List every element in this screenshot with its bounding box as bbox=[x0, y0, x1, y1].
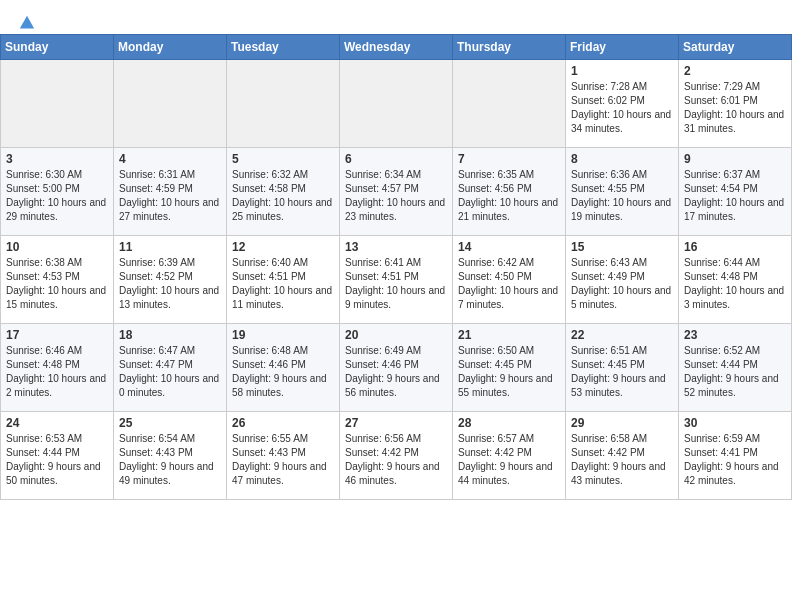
day-info: Sunrise: 6:46 AM Sunset: 4:48 PM Dayligh… bbox=[6, 344, 108, 400]
day-info: Sunrise: 6:56 AM Sunset: 4:42 PM Dayligh… bbox=[345, 432, 447, 488]
calendar-day-header-friday: Friday bbox=[566, 35, 679, 60]
day-number: 2 bbox=[684, 64, 786, 78]
day-number: 3 bbox=[6, 152, 108, 166]
calendar-day-cell: 16Sunrise: 6:44 AM Sunset: 4:48 PM Dayli… bbox=[679, 236, 792, 324]
calendar-day-cell: 12Sunrise: 6:40 AM Sunset: 4:51 PM Dayli… bbox=[227, 236, 340, 324]
day-info: Sunrise: 7:28 AM Sunset: 6:02 PM Dayligh… bbox=[571, 80, 673, 136]
calendar-day-cell: 17Sunrise: 6:46 AM Sunset: 4:48 PM Dayli… bbox=[1, 324, 114, 412]
calendar-day-cell: 23Sunrise: 6:52 AM Sunset: 4:44 PM Dayli… bbox=[679, 324, 792, 412]
day-info: Sunrise: 6:39 AM Sunset: 4:52 PM Dayligh… bbox=[119, 256, 221, 312]
svg-marker-0 bbox=[20, 16, 34, 29]
calendar-day-cell: 18Sunrise: 6:47 AM Sunset: 4:47 PM Dayli… bbox=[114, 324, 227, 412]
logo-icon bbox=[18, 14, 36, 32]
calendar-day-cell: 24Sunrise: 6:53 AM Sunset: 4:44 PM Dayli… bbox=[1, 412, 114, 500]
day-info: Sunrise: 6:58 AM Sunset: 4:42 PM Dayligh… bbox=[571, 432, 673, 488]
calendar-day-cell: 10Sunrise: 6:38 AM Sunset: 4:53 PM Dayli… bbox=[1, 236, 114, 324]
day-info: Sunrise: 6:38 AM Sunset: 4:53 PM Dayligh… bbox=[6, 256, 108, 312]
day-info: Sunrise: 6:49 AM Sunset: 4:46 PM Dayligh… bbox=[345, 344, 447, 400]
calendar-day-cell: 8Sunrise: 6:36 AM Sunset: 4:55 PM Daylig… bbox=[566, 148, 679, 236]
calendar-day-header-saturday: Saturday bbox=[679, 35, 792, 60]
day-number: 26 bbox=[232, 416, 334, 430]
calendar-day-cell: 4Sunrise: 6:31 AM Sunset: 4:59 PM Daylig… bbox=[114, 148, 227, 236]
day-number: 21 bbox=[458, 328, 560, 342]
day-info: Sunrise: 6:44 AM Sunset: 4:48 PM Dayligh… bbox=[684, 256, 786, 312]
day-info: Sunrise: 6:54 AM Sunset: 4:43 PM Dayligh… bbox=[119, 432, 221, 488]
calendar-day-cell: 11Sunrise: 6:39 AM Sunset: 4:52 PM Dayli… bbox=[114, 236, 227, 324]
day-number: 9 bbox=[684, 152, 786, 166]
calendar-empty-cell bbox=[453, 60, 566, 148]
calendar-week-row: 3Sunrise: 6:30 AM Sunset: 5:00 PM Daylig… bbox=[1, 148, 792, 236]
calendar-day-cell: 27Sunrise: 6:56 AM Sunset: 4:42 PM Dayli… bbox=[340, 412, 453, 500]
calendar-day-cell: 9Sunrise: 6:37 AM Sunset: 4:54 PM Daylig… bbox=[679, 148, 792, 236]
day-info: Sunrise: 6:53 AM Sunset: 4:44 PM Dayligh… bbox=[6, 432, 108, 488]
calendar-day-cell: 14Sunrise: 6:42 AM Sunset: 4:50 PM Dayli… bbox=[453, 236, 566, 324]
calendar-day-cell: 1Sunrise: 7:28 AM Sunset: 6:02 PM Daylig… bbox=[566, 60, 679, 148]
day-number: 5 bbox=[232, 152, 334, 166]
calendar-day-cell: 19Sunrise: 6:48 AM Sunset: 4:46 PM Dayli… bbox=[227, 324, 340, 412]
day-number: 27 bbox=[345, 416, 447, 430]
calendar-empty-cell bbox=[340, 60, 453, 148]
day-number: 17 bbox=[6, 328, 108, 342]
day-number: 22 bbox=[571, 328, 673, 342]
day-number: 4 bbox=[119, 152, 221, 166]
day-number: 1 bbox=[571, 64, 673, 78]
calendar-day-header-monday: Monday bbox=[114, 35, 227, 60]
day-number: 20 bbox=[345, 328, 447, 342]
calendar-table: SundayMondayTuesdayWednesdayThursdayFrid… bbox=[0, 34, 792, 500]
day-number: 23 bbox=[684, 328, 786, 342]
day-info: Sunrise: 6:42 AM Sunset: 4:50 PM Dayligh… bbox=[458, 256, 560, 312]
calendar-day-cell: 3Sunrise: 6:30 AM Sunset: 5:00 PM Daylig… bbox=[1, 148, 114, 236]
calendar-day-cell: 6Sunrise: 6:34 AM Sunset: 4:57 PM Daylig… bbox=[340, 148, 453, 236]
day-info: Sunrise: 6:43 AM Sunset: 4:49 PM Dayligh… bbox=[571, 256, 673, 312]
day-info: Sunrise: 6:51 AM Sunset: 4:45 PM Dayligh… bbox=[571, 344, 673, 400]
page-header bbox=[0, 0, 792, 34]
day-info: Sunrise: 6:37 AM Sunset: 4:54 PM Dayligh… bbox=[684, 168, 786, 224]
day-number: 16 bbox=[684, 240, 786, 254]
calendar-day-header-tuesday: Tuesday bbox=[227, 35, 340, 60]
calendar-day-cell: 30Sunrise: 6:59 AM Sunset: 4:41 PM Dayli… bbox=[679, 412, 792, 500]
day-number: 8 bbox=[571, 152, 673, 166]
day-number: 30 bbox=[684, 416, 786, 430]
day-number: 10 bbox=[6, 240, 108, 254]
logo bbox=[14, 14, 36, 28]
day-info: Sunrise: 6:48 AM Sunset: 4:46 PM Dayligh… bbox=[232, 344, 334, 400]
calendar-day-cell: 21Sunrise: 6:50 AM Sunset: 4:45 PM Dayli… bbox=[453, 324, 566, 412]
calendar-day-cell: 25Sunrise: 6:54 AM Sunset: 4:43 PM Dayli… bbox=[114, 412, 227, 500]
calendar-week-row: 10Sunrise: 6:38 AM Sunset: 4:53 PM Dayli… bbox=[1, 236, 792, 324]
day-info: Sunrise: 6:52 AM Sunset: 4:44 PM Dayligh… bbox=[684, 344, 786, 400]
day-info: Sunrise: 6:50 AM Sunset: 4:45 PM Dayligh… bbox=[458, 344, 560, 400]
calendar-day-cell: 26Sunrise: 6:55 AM Sunset: 4:43 PM Dayli… bbox=[227, 412, 340, 500]
day-number: 24 bbox=[6, 416, 108, 430]
day-info: Sunrise: 6:40 AM Sunset: 4:51 PM Dayligh… bbox=[232, 256, 334, 312]
day-number: 7 bbox=[458, 152, 560, 166]
calendar-day-cell: 29Sunrise: 6:58 AM Sunset: 4:42 PM Dayli… bbox=[566, 412, 679, 500]
day-info: Sunrise: 6:55 AM Sunset: 4:43 PM Dayligh… bbox=[232, 432, 334, 488]
calendar-week-row: 24Sunrise: 6:53 AM Sunset: 4:44 PM Dayli… bbox=[1, 412, 792, 500]
day-info: Sunrise: 6:47 AM Sunset: 4:47 PM Dayligh… bbox=[119, 344, 221, 400]
day-number: 11 bbox=[119, 240, 221, 254]
day-info: Sunrise: 6:41 AM Sunset: 4:51 PM Dayligh… bbox=[345, 256, 447, 312]
day-info: Sunrise: 6:34 AM Sunset: 4:57 PM Dayligh… bbox=[345, 168, 447, 224]
day-info: Sunrise: 6:32 AM Sunset: 4:58 PM Dayligh… bbox=[232, 168, 334, 224]
day-number: 18 bbox=[119, 328, 221, 342]
calendar-day-cell: 22Sunrise: 6:51 AM Sunset: 4:45 PM Dayli… bbox=[566, 324, 679, 412]
calendar-day-cell: 2Sunrise: 7:29 AM Sunset: 6:01 PM Daylig… bbox=[679, 60, 792, 148]
calendar-day-header-thursday: Thursday bbox=[453, 35, 566, 60]
day-number: 15 bbox=[571, 240, 673, 254]
calendar-day-cell: 20Sunrise: 6:49 AM Sunset: 4:46 PM Dayli… bbox=[340, 324, 453, 412]
day-number: 28 bbox=[458, 416, 560, 430]
calendar-day-header-sunday: Sunday bbox=[1, 35, 114, 60]
calendar-empty-cell bbox=[114, 60, 227, 148]
calendar-day-cell: 15Sunrise: 6:43 AM Sunset: 4:49 PM Dayli… bbox=[566, 236, 679, 324]
calendar-week-row: 17Sunrise: 6:46 AM Sunset: 4:48 PM Dayli… bbox=[1, 324, 792, 412]
day-number: 29 bbox=[571, 416, 673, 430]
day-number: 12 bbox=[232, 240, 334, 254]
day-number: 19 bbox=[232, 328, 334, 342]
calendar-day-cell: 28Sunrise: 6:57 AM Sunset: 4:42 PM Dayli… bbox=[453, 412, 566, 500]
calendar-day-cell: 13Sunrise: 6:41 AM Sunset: 4:51 PM Dayli… bbox=[340, 236, 453, 324]
day-info: Sunrise: 6:35 AM Sunset: 4:56 PM Dayligh… bbox=[458, 168, 560, 224]
day-info: Sunrise: 7:29 AM Sunset: 6:01 PM Dayligh… bbox=[684, 80, 786, 136]
day-info: Sunrise: 6:30 AM Sunset: 5:00 PM Dayligh… bbox=[6, 168, 108, 224]
day-number: 13 bbox=[345, 240, 447, 254]
calendar-empty-cell bbox=[1, 60, 114, 148]
